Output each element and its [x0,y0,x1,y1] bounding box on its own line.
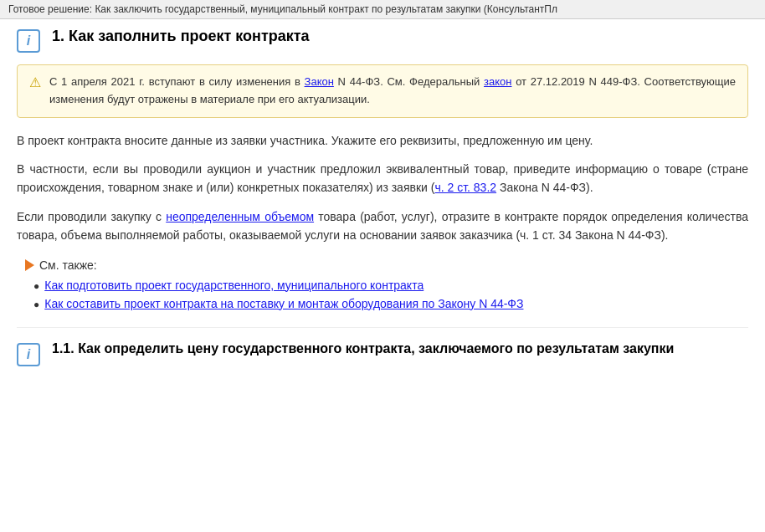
see-also-section: См. также: Как подготовить проект госуда… [17,258,748,310]
paragraph-3-link[interactable]: неопределенным объемом [166,210,314,223]
warning-text-before-law1: С 1 апреля 2021 г. вступают в силу измен… [49,75,305,88]
paragraph-3-text-before: Если проводили закупку с [17,210,166,223]
see-also-link-2[interactable]: Как составить проект контракта на постав… [44,297,523,310]
warning-text: С 1 апреля 2021 г. вступают в силу измен… [49,74,736,109]
law1-link[interactable]: Закон [305,75,334,88]
see-also-item-1: Как подготовить проект государственного,… [33,279,748,292]
see-also-header: См. также: [25,258,748,272]
warning-text-after-law1: N 44-ФЗ. См. Федеральный [334,75,484,88]
see-also-list: Как подготовить проект государственного,… [25,279,748,310]
see-also-item-2: Как составить проект контракта на постав… [33,297,748,310]
paragraph-2: В частности, если вы проводили аукцион и… [17,160,748,197]
orange-arrow-icon [25,259,34,271]
section-1-header: i 1. Как заполнить проект контракта [17,28,748,53]
section-1: i 1. Как заполнить проект контракта ⚠ С … [17,28,748,310]
info-icon-1-1: i [17,343,40,366]
section-1-1-header: i 1.1. Как определить цену государственн… [17,341,748,366]
warning-icon: ⚠ [29,74,41,90]
law2-link[interactable]: закон [484,75,511,88]
see-also-link-1[interactable]: Как подготовить проект государственного,… [44,279,424,292]
section-divider [17,327,748,328]
paragraph-2-text-before: В частности, если вы проводили аукцион и… [17,162,748,194]
breadcrumb: Готовое решение: Как заключить государст… [0,0,765,19]
paragraph-2-link[interactable]: ч. 2 ст. 83.2 [434,181,496,194]
paragraph-2-text-after: Закона N 44-ФЗ). [496,181,593,194]
see-also-label: См. также: [39,258,97,272]
warning-box: ⚠ С 1 апреля 2021 г. вступают в силу изм… [17,64,748,118]
section-1-1: i 1.1. Как определить цену государственн… [17,341,748,366]
section-1-1-title: 1.1. Как определить цену государственног… [52,341,674,356]
info-icon-1: i [17,29,40,53]
section-1-title: 1. Как заполнить проект контракта [52,28,310,45]
paragraph-1: В проект контракта вносите данные из зая… [17,131,748,150]
paragraph-3: Если проводили закупку с неопределенным … [17,207,748,245]
